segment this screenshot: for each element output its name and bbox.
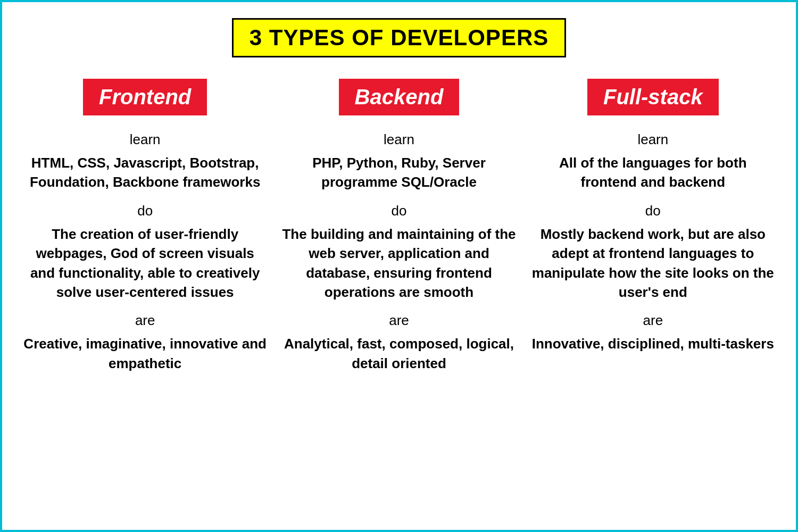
page-title: 3 TYPES OF DEVELOPERS xyxy=(250,25,548,51)
page-title-container: 3 TYPES OF DEVELOPERS xyxy=(232,18,566,57)
frontend-column: Frontend learn HTML, CSS, Javascript, Bo… xyxy=(23,79,267,378)
frontend-are-label: are xyxy=(135,312,155,329)
backend-are-content: Analytical, fast, composed, logical, det… xyxy=(277,334,520,373)
frontend-do-label: do xyxy=(137,203,153,219)
frontend-header: Frontend xyxy=(83,79,207,115)
backend-learn-content: PHP, Python, Ruby, Server programme SQL/… xyxy=(277,153,520,192)
backend-do-content: The building and maintaining of the web … xyxy=(277,225,520,302)
fullstack-do-label: do xyxy=(645,203,661,219)
fullstack-header-text: Full-stack xyxy=(603,85,703,109)
backend-header-text: Backend xyxy=(355,85,444,109)
frontend-learn-label: learn xyxy=(130,131,161,148)
backend-header: Backend xyxy=(339,79,460,115)
backend-column: Backend learn PHP, Python, Ruby, Server … xyxy=(277,79,520,378)
fullstack-learn-content: All of the languages for both frontend a… xyxy=(531,153,775,192)
fullstack-learn-label: learn xyxy=(637,131,668,148)
fullstack-header: Full-stack xyxy=(587,79,719,115)
frontend-do-content: The creation of user-friendly webpages, … xyxy=(23,225,267,302)
fullstack-are-label: are xyxy=(643,312,663,329)
backend-are-label: are xyxy=(389,312,409,329)
fullstack-do-content: Mostly backend work, but are also adept … xyxy=(531,225,775,302)
frontend-are-content: Creative, imaginative, innovative and em… xyxy=(23,334,267,373)
backend-do-label: do xyxy=(392,203,407,219)
backend-learn-label: learn xyxy=(384,131,414,148)
frontend-header-text: Frontend xyxy=(99,85,191,109)
fullstack-column: Full-stack learn All of the languages fo… xyxy=(531,79,775,378)
frontend-learn-content: HTML, CSS, Javascript, Bootstrap, Founda… xyxy=(23,153,267,192)
columns-container: Frontend learn HTML, CSS, Javascript, Bo… xyxy=(2,63,796,394)
fullstack-are-content: Innovative, disciplined, multi-taskers xyxy=(532,334,774,353)
